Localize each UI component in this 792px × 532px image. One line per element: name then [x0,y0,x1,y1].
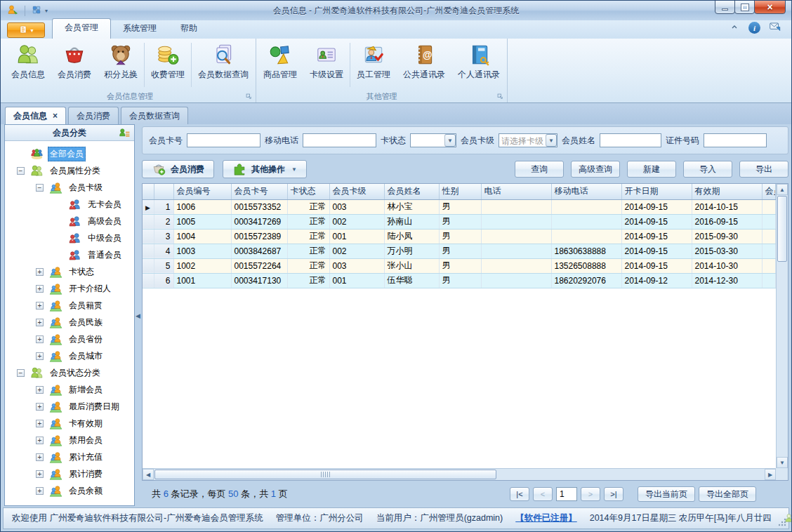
quick-access-caret-icon[interactable]: ▾ [45,8,48,14]
column-header-移动电话[interactable]: 移动电话 [551,184,621,199]
column-header-会员姓名[interactable]: 会员姓名 [384,184,439,199]
tree-item-会员卡级[interactable]: −会员卡级 [5,179,134,196]
ribbon-button-会员信息[interactable]: 会员信息 [5,39,51,90]
ribbon-button-会员消费[interactable]: 会员消费 [51,39,98,90]
minimize-button[interactable] [715,0,735,14]
tree-item-会员余额[interactable]: +会员余额 [5,482,134,499]
dropdown-arrow-icon[interactable]: ▼ [546,134,557,147]
expand-node-icon[interactable]: + [36,437,44,444]
doc-tab-会员消费[interactable]: 会员消费 [68,107,119,124]
dialog-launcher-icon[interactable] [245,93,253,100]
maximize-button[interactable] [734,0,755,14]
expand-node-icon[interactable]: + [36,268,44,276]
tree-item-普通会员[interactable]: 普通会员 [5,246,134,263]
resize-grip-icon[interactable] [778,518,786,526]
ribbon-tab-系统管理[interactable]: 系统管理 [111,19,169,39]
ribbon-button-卡级设置[interactable]: 卡级设置 [303,39,350,90]
expand-node-icon[interactable]: + [36,352,44,360]
tree-item-会员省份[interactable]: +会员省份 [5,331,134,347]
tree-item-会员民族[interactable]: +会员民族 [5,314,134,331]
doc-tab-会员信息[interactable]: 会员信息× [5,107,66,124]
tree-item-累计消费[interactable]: +累计消费 [5,465,134,482]
filter-input-会员卡号[interactable] [187,133,260,147]
page-number-input[interactable] [556,487,577,501]
expand-node-icon[interactable]: + [36,335,44,343]
expand-node-icon[interactable]: + [36,285,44,293]
ribbon-tab-会员管理[interactable]: 会员管理 [52,18,111,39]
tree-item-最后消费日期[interactable]: +最后消费日期 [5,398,134,415]
info-icon[interactable]: i [748,22,760,34]
first-page-button[interactable]: |< [510,487,529,501]
prev-page-button[interactable]: < [533,487,553,501]
tree-item-全部会员[interactable]: 全部会员 [5,145,134,162]
ribbon-button-公共通讯录[interactable]: @公共通讯录 [397,39,451,90]
vertical-scroll-thumb[interactable] [777,196,787,262]
action-button-导入[interactable]: 导入 [683,161,732,178]
tree-item-卡有效期[interactable]: +卡有效期 [5,415,134,432]
tree-item-会员状态分类[interactable]: −会员状态分类 [5,364,134,381]
scroll-up-icon[interactable]: ▲ [777,184,788,195]
tree-item-新增会员[interactable]: +新增会员 [5,381,134,398]
expand-node-icon[interactable]: + [36,470,44,478]
category-settings-icon[interactable] [119,127,131,139]
table-row[interactable]: 310040015572389正常001陆小凤男2014-09-152015-0… [143,229,776,244]
table-row[interactable]: ▶110060015573352正常003林小宝男2014-09-152014-… [143,199,776,214]
ribbon-button-商品管理[interactable]: 商品管理 [257,39,303,90]
collapse-ribbon-icon[interactable] [729,21,740,34]
ribbon-button-收费管理[interactable]: 收费管理 [145,39,191,90]
filter-select-卡状态[interactable]: ▼ [410,133,456,147]
scroll-left-icon[interactable]: ◀ [143,469,154,480]
tree-item-无卡会员[interactable]: 无卡会员 [5,196,134,213]
tree-item-禁用会员[interactable]: +禁用会员 [5,432,134,448]
ribbon-button-员工管理[interactable]: 员工管理 [350,39,397,90]
column-header-性别[interactable]: 性别 [439,184,481,199]
column-header-会员编号[interactable]: 会员编号 [173,184,231,199]
action-button-新建[interactable]: 新建 [627,161,676,178]
expand-node-icon[interactable]: + [36,302,44,310]
tree-item-会员籍贯[interactable]: +会员籍贯 [5,297,134,314]
table-row[interactable]: 410030003842687正常002万小明男186306388882014-… [143,244,776,258]
collapse-node-icon[interactable]: − [17,167,25,175]
quick-access-grid-icon[interactable] [32,5,41,17]
table-row[interactable]: 610010003417130正常001伍华聪男186202920762014-… [143,273,776,288]
tree-item-会员属性分类[interactable]: −会员属性分类 [5,162,134,179]
table-row[interactable]: 510020015572264正常003张小山男135265088882014-… [143,258,776,273]
tree-item-会员城市[interactable]: +会员城市 [5,347,134,364]
column-header-会员卡号[interactable]: 会员卡号 [231,184,287,199]
expand-node-icon[interactable]: + [36,319,44,326]
filter-input-移动电话[interactable] [303,133,376,147]
action-button-查询[interactable]: 查询 [515,161,564,178]
column-header-会员[interactable]: 会员 [762,184,776,199]
filter-input-会员姓名[interactable] [600,133,661,147]
action-button-高级查询[interactable]: 高级查询 [571,161,620,178]
ribbon-button-个人通讯录[interactable]: 个人通讯录 [451,39,506,90]
close-tab-icon[interactable]: × [53,111,58,121]
tree-item-中级会员[interactable]: 中级会员 [5,230,134,246]
expand-node-icon[interactable]: + [36,420,44,427]
column-header-有效期[interactable]: 有效期 [692,184,762,199]
table-row[interactable]: 210050003417269正常002孙南山男2014-09-152016-0… [143,214,776,229]
feedback-icon[interactable] [769,20,781,35]
dialog-launcher-icon[interactable] [496,93,504,100]
application-menu-button[interactable]: ▾ [7,22,45,38]
ribbon-button-积分兑换[interactable]: 积分兑换 [98,39,144,90]
action-button-其他操作[interactable]: 其他操作▼ [223,160,307,178]
expand-node-icon[interactable]: + [36,487,44,495]
column-header-电话[interactable]: 电话 [481,184,551,199]
tree-item-卡状态[interactable]: +卡状态 [5,263,134,280]
action-button-导出[interactable]: 导出 [739,161,788,178]
collapse-node-icon[interactable]: − [36,184,44,192]
sidebar-splitter[interactable]: ◀ [136,124,142,507]
doc-tab-会员数据查询[interactable]: 会员数据查询 [121,107,188,124]
ribbon-button-会员数据查询[interactable]: 会员数据查询 [192,39,255,90]
horizontal-scrollbar[interactable]: ◀ ▶ [143,468,776,480]
last-page-button[interactable]: >| [604,487,623,501]
filter-select-会员卡级[interactable]: 请选择卡级▼ [499,133,557,147]
export-current-page-button[interactable]: 导出当前页 [638,486,695,502]
action-button-会员消费[interactable]: 会员消费 [142,160,214,178]
ribbon-tab-帮助[interactable]: 帮助 [169,19,209,39]
scroll-down-icon[interactable]: ▼ [777,457,788,468]
horizontal-scroll-thumb[interactable] [154,470,496,479]
vertical-scrollbar[interactable]: ▲ ▼ [776,184,788,468]
export-all-pages-button[interactable]: 导出全部页 [699,486,756,502]
